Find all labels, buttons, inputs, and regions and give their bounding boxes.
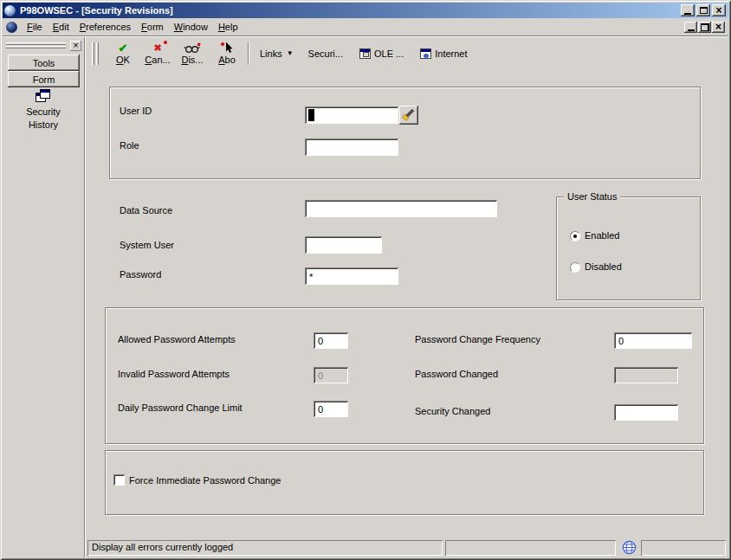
ole-button[interactable]: OLE ... <box>357 47 406 61</box>
role-label: Role <box>120 140 139 151</box>
mdi-restore-icon <box>701 23 709 31</box>
security-changed-input[interactable] <box>614 404 678 421</box>
links-label: Links <box>260 48 282 59</box>
data-source-input[interactable] <box>305 200 497 217</box>
text-cursor <box>308 109 314 121</box>
system-user-input[interactable] <box>305 236 382 254</box>
menubar: File Edit Preferences Form Window Help × <box>3 18 728 35</box>
links-dropdown-icon[interactable]: ▼ <box>287 49 294 57</box>
password-input[interactable] <box>305 267 398 285</box>
internet-button[interactable]: Internet <box>417 47 469 61</box>
password-changed-label: Password Changed <box>415 369 498 379</box>
mdi-minimize-icon <box>688 29 695 31</box>
toolbar-grip[interactable] <box>92 42 99 65</box>
status-right-panel <box>641 540 726 556</box>
internet-icon <box>420 48 431 59</box>
close-icon: × <box>715 6 721 15</box>
ole-button-label: OLE ... <box>374 48 404 59</box>
app-window: P98OWSEC - [Security Revisions] × File E… <box>0 0 731 560</box>
cancel-button[interactable]: ✖ Can... <box>140 39 175 68</box>
user-id-label: User ID <box>120 106 152 116</box>
cancel-x-icon: ✖ <box>153 42 161 54</box>
change-frequency-input[interactable] <box>614 332 692 349</box>
maximize-button[interactable] <box>696 4 710 16</box>
ok-button-label: OK <box>116 55 130 65</box>
sidebar-item-security-history[interactable]: Security History <box>3 89 84 132</box>
user-role-groupbox <box>109 87 701 179</box>
daily-change-limit-input[interactable] <box>314 401 348 417</box>
cancel-button-label: Can... <box>145 55 170 65</box>
toolbar-separator <box>248 42 249 65</box>
allowed-attempts-input[interactable] <box>314 332 348 349</box>
invalid-attempts-input <box>314 367 348 383</box>
about-cursor-icon <box>220 42 234 54</box>
ole-icon <box>359 48 371 59</box>
sidebar: × Tools Form Security History <box>3 37 85 557</box>
mdi-close-icon: × <box>715 23 721 31</box>
password-label: Password <box>120 269 161 280</box>
mdi-window-controls: × <box>684 22 728 33</box>
daily-change-limit-label: Daily Password Change Limit <box>118 402 243 413</box>
sidebar-header: × <box>6 40 81 51</box>
menu-item-file[interactable]: File <box>22 19 48 35</box>
security-changed-label: Security Changed <box>415 406 490 416</box>
menu-item-edit[interactable]: Edit <box>48 19 74 35</box>
status-secondary-panel <box>445 540 616 556</box>
menu-item-form[interactable]: Form <box>136 19 169 35</box>
password-changed-input <box>614 367 678 383</box>
about-button[interactable]: Abo <box>210 39 244 68</box>
child-window-icon[interactable] <box>6 22 17 33</box>
ok-button[interactable]: ✔ OK <box>106 39 140 68</box>
security-history-icon <box>36 89 51 103</box>
invalid-attempts-label: Invalid Password Attempts <box>118 369 230 379</box>
radio-enabled[interactable] <box>570 231 580 241</box>
visual-assist-button[interactable] <box>399 106 418 125</box>
maximize-icon <box>700 7 708 14</box>
allowed-attempts-label: Allowed Password Attempts <box>118 334 236 344</box>
data-source-label: Data Source <box>120 205 172 216</box>
sidebar-grip[interactable] <box>6 42 66 48</box>
mdi-restore-button[interactable] <box>698 22 711 33</box>
display-button-label: Dis... <box>181 55 203 65</box>
titlebar: P98OWSEC - [Security Revisions] × <box>3 3 728 18</box>
role-input[interactable] <box>305 138 398 156</box>
statusbar: Display all errors currently logged <box>85 537 728 557</box>
close-button[interactable]: × <box>712 4 726 16</box>
window-title: P98OWSEC - [Security Revisions] <box>20 5 173 16</box>
globe-icon <box>622 540 637 557</box>
flashlight-icon <box>402 107 416 124</box>
menu-item-help[interactable]: Help <box>213 19 243 35</box>
window-controls: × <box>681 4 728 16</box>
tab-form[interactable]: Form <box>8 71 80 87</box>
display-glasses-icon <box>184 42 201 54</box>
radio-disabled[interactable] <box>570 262 580 273</box>
radio-disabled-label[interactable]: Disabled <box>585 261 622 272</box>
ok-check-icon: ✔ <box>119 42 128 54</box>
force-change-label[interactable]: Force Immediate Password Change <box>129 475 281 486</box>
internet-button-label: Internet <box>435 48 467 59</box>
mdi-minimize-button[interactable] <box>684 22 697 33</box>
sidebar-close-button[interactable]: × <box>70 41 81 51</box>
user-status-title: User Status <box>564 191 620 202</box>
security-button-label: Securi... <box>308 48 343 59</box>
minimize-button[interactable] <box>681 4 695 16</box>
sidebar-item-label: Security History <box>16 106 70 132</box>
app-icon <box>4 5 16 16</box>
mdi-close-button[interactable]: × <box>712 22 725 33</box>
radio-enabled-label[interactable]: Enabled <box>585 230 619 241</box>
menu-item-preferences[interactable]: Preferences <box>74 19 136 35</box>
sidebar-close-icon: × <box>73 40 78 50</box>
user-id-input[interactable] <box>305 106 398 124</box>
tab-tools[interactable]: Tools <box>8 55 80 71</box>
change-frequency-label: Password Change Frequency <box>415 334 540 344</box>
form-area: User ID Role Data Source System User Pas… <box>85 69 728 537</box>
about-button-label: Abo <box>218 55 236 65</box>
force-change-checkbox[interactable] <box>113 474 125 486</box>
security-button[interactable]: Securi... <box>306 47 346 61</box>
toolbar: ✔ OK ✖ Can... Dis... <box>85 37 728 69</box>
display-button[interactable]: Dis... <box>175 39 210 68</box>
system-user-label: System User <box>120 240 174 250</box>
status-message: Display all errors currently logged <box>92 542 233 552</box>
menu-item-window[interactable]: Window <box>169 19 213 35</box>
status-message-panel: Display all errors currently logged <box>87 540 443 556</box>
